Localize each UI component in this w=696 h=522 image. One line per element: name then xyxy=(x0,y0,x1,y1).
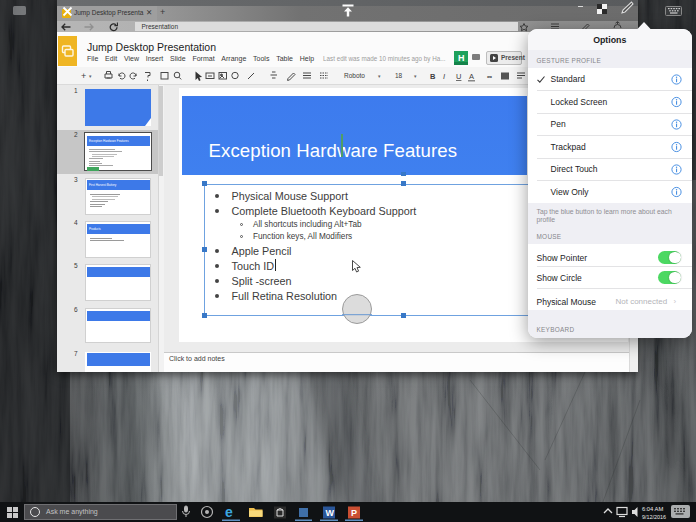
svg-text:I: I xyxy=(443,72,445,81)
svg-text:▾: ▾ xyxy=(414,73,417,79)
svg-text:e: e xyxy=(225,504,233,520)
svg-text:B: B xyxy=(430,72,436,81)
svg-text:+: + xyxy=(81,71,86,81)
svg-text:18: 18 xyxy=(395,72,403,79)
svg-text:▾: ▾ xyxy=(378,73,381,79)
svg-text:9/12/2016: 9/12/2016 xyxy=(642,514,666,520)
svg-text:U: U xyxy=(456,72,461,81)
svg-text:A: A xyxy=(469,72,474,81)
svg-text:▾: ▾ xyxy=(89,73,92,79)
svg-text:Roboto: Roboto xyxy=(344,72,365,79)
svg-text:∞: ∞ xyxy=(487,72,492,79)
svg-text:W: W xyxy=(326,508,335,518)
svg-text:6:04 AM: 6:04 AM xyxy=(642,506,663,512)
svg-text:P: P xyxy=(351,508,357,518)
